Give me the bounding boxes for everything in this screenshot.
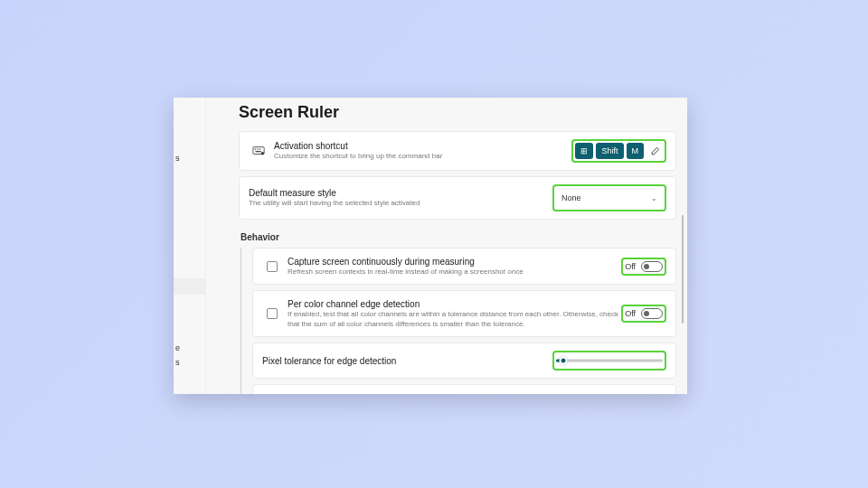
scrollbar[interactable] [682, 215, 684, 324]
per-color-title: Per color channel edge detection [288, 298, 621, 310]
tolerance-title: Pixel tolerance for edge detection [262, 355, 552, 367]
per-color-row: Per color channel edge detection If enab… [252, 290, 676, 337]
svg-rect-2 [257, 148, 258, 149]
key-win: ⊞ [575, 143, 593, 159]
per-color-checkbox[interactable] [267, 308, 278, 319]
tolerance-slider[interactable] [556, 354, 663, 367]
key-shift: Shift [596, 143, 623, 159]
page-title: Screen Ruler [239, 103, 676, 122]
sidebar-item-selected-fragment[interactable] [174, 278, 205, 295]
svg-rect-3 [259, 148, 260, 149]
behavior-section-label: Behavior [241, 232, 676, 242]
chevron-down-icon: ⌄ [651, 194, 657, 202]
default-style-highlight: None ⌄ [552, 184, 666, 211]
shortcut-keys: ⊞ Shift M [575, 143, 644, 159]
content-area: Screen Ruler Activation shortcut Customi… [239, 103, 687, 394]
feet-title: Draw feet on cross [262, 392, 621, 394]
tolerance-slider-highlight [552, 351, 666, 371]
default-style-sub: The utility will start having the select… [249, 199, 552, 208]
pixel-tolerance-row: Pixel tolerance for edge detection [252, 343, 676, 379]
per-color-toggle[interactable] [641, 308, 663, 319]
activation-title: Activation shortcut [274, 140, 571, 152]
default-style-title: Default measure style [249, 187, 552, 199]
svg-point-5 [261, 152, 265, 155]
sidebar-item-fragment-3[interactable]: s [174, 354, 182, 371]
capture-toggle[interactable] [641, 261, 663, 272]
default-measure-style-row: Default measure style The utility will s… [239, 176, 676, 220]
activation-shortcut-row: Activation shortcut Customize the shortc… [239, 131, 676, 171]
capture-toggle-highlight: Off [621, 258, 666, 276]
per-color-sub: If enabled, test that all color channels… [288, 310, 621, 329]
capture-title: Capture screen continuously during measu… [288, 256, 621, 267]
slider-thumb[interactable] [560, 357, 568, 365]
default-style-value: None [561, 193, 581, 202]
capture-checkbox[interactable] [267, 261, 278, 272]
svg-rect-1 [255, 148, 256, 149]
per-color-toggle-highlight: Off [621, 305, 666, 323]
capture-sub: Refresh screen contexts in real-time ins… [288, 267, 621, 277]
default-style-select[interactable]: None ⌄ [556, 188, 663, 208]
key-m: M [627, 143, 645, 159]
svg-rect-4 [256, 151, 261, 152]
capture-toggle-label: Off [625, 262, 636, 271]
settings-window: s e s Screen Ruler Activation shortcut C… [174, 98, 687, 394]
edit-shortcut-button[interactable] [646, 143, 663, 159]
behavior-section: Capture screen continuously during measu… [241, 248, 676, 394]
draw-feet-row: Draw feet on cross Adds feet to the end … [252, 384, 676, 394]
sidebar: s e s [174, 98, 206, 394]
capture-continuously-row: Capture screen continuously during measu… [252, 248, 676, 285]
activation-sub: Customize the shortcut to bring up the c… [274, 152, 571, 161]
per-color-toggle-label: Off [625, 309, 636, 318]
shortcut-highlight: ⊞ Shift M [571, 139, 666, 163]
sidebar-item-fragment[interactable]: s [174, 150, 182, 166]
keyboard-icon [249, 145, 269, 157]
